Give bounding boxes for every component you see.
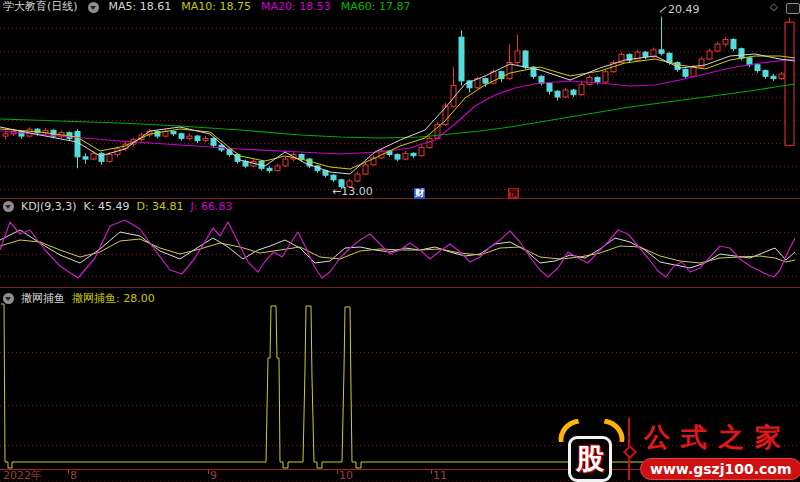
fish-indicator-header: 撒网捕鱼 撒网捕鱼: 28.00	[3, 291, 155, 306]
axis-tick	[68, 470, 69, 474]
kdj-j-value: J: 66.83	[191, 200, 233, 213]
logo-brand-text: 公式之家	[644, 420, 792, 455]
stock-bull-icon: 股	[568, 436, 612, 482]
ma20-label: MA20: 18.53	[261, 0, 331, 14]
gszj-watermark-logo: 股 公式之家 www.gszj100.com	[556, 414, 800, 482]
fish-dropdown-icon[interactable]	[3, 293, 14, 304]
axis-label: 8	[70, 470, 77, 482]
diamond-icon[interactable]: ◇	[770, 1, 778, 12]
main-candlestick-panel[interactable]: ←13.00	[0, 14, 800, 198]
axis-label: 10	[339, 470, 353, 482]
axis-label: 11	[433, 470, 447, 482]
logo-diamond-icon	[623, 445, 637, 459]
fish-indicator-name: 撒网捕鱼	[21, 291, 65, 306]
kdj-header: KDJ(9,3,3) K: 45.49 D: 34.81 J: 66.83	[3, 200, 233, 213]
logo-url: www.gszj100.com	[640, 458, 800, 480]
stock-chart-window: 学大教育(日线) MA5: 18.61 MA10: 18.75 MA20: 18…	[0, 0, 800, 482]
axis-tick	[208, 470, 209, 474]
ma60-label: MA60: 17.87	[341, 0, 411, 14]
axis-label: 9	[210, 470, 217, 482]
kdj-d-value: D: 34.81	[136, 200, 183, 213]
kdj-dropdown-icon[interactable]	[3, 201, 14, 212]
svg-text:←13.00: ←13.00	[332, 185, 373, 198]
titlebar: 学大教育(日线) MA5: 18.61 MA10: 18.75 MA20: 18…	[0, 0, 800, 14]
stock-title[interactable]: 学大教育(日线)	[3, 0, 78, 14]
kdj-title: KDJ(9,3,3)	[21, 200, 77, 213]
ma10-label: MA10: 18.75	[181, 0, 251, 14]
fish-indicator-value: 撒网捕鱼: 28.00	[72, 291, 155, 306]
axis-label: 2022年	[3, 470, 42, 482]
indicator-dropdown-icon[interactable]	[88, 2, 99, 13]
axis-tick	[337, 470, 338, 474]
axis-tick	[431, 470, 432, 474]
panel-separator	[0, 198, 800, 199]
kdj-k-value: K: 45.49	[84, 200, 130, 213]
panel-separator	[0, 287, 800, 288]
layout-grid-icon[interactable]	[786, 3, 800, 14]
event-icon-financial[interactable]: 财	[414, 188, 425, 199]
event-icon-forecast[interactable]: 预	[508, 188, 519, 199]
ma5-label: MA5: 18.61	[109, 0, 172, 14]
